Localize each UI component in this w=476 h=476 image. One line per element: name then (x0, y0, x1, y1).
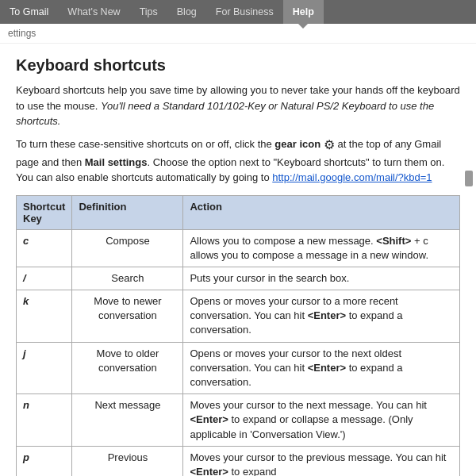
table-row: jMove to older conversationOpens or move… (17, 342, 460, 394)
shortcut-definition-cell: Search (72, 267, 183, 290)
gear-paragraph: To turn these case-sensitive shortcuts o… (16, 136, 460, 186)
shortcut-key-cell: k (17, 290, 72, 343)
shortcut-action-cell: Opens or moves your cursor to the next o… (183, 342, 460, 394)
top-navigation: To Gmail What's New Tips Blog For Busine… (0, 0, 476, 24)
shortcut-action-cell: Moves your cursor to the next message. Y… (183, 394, 460, 447)
col-header-definition: Definition (72, 195, 183, 229)
breadcrumb: ettings (0, 24, 476, 44)
shortcut-key-cell: c (17, 229, 72, 267)
nav-whats-new[interactable]: What's New (58, 0, 129, 24)
table-row: nNext messageMoves your cursor to the ne… (17, 394, 460, 447)
shortcut-key-cell: n (17, 394, 72, 447)
table-row: cComposeAllows you to compose a new mess… (17, 229, 460, 267)
table-row: pPreviousMoves your cursor to the previo… (17, 446, 460, 476)
shortcut-action-cell: Moves your cursor to the previous messag… (183, 446, 460, 476)
table-row: kMove to newer conversationOpens or move… (17, 290, 460, 343)
col-header-shortcut: Shortcut Key (17, 195, 72, 229)
nav-help[interactable]: Help (283, 0, 324, 24)
table-row: /SearchPuts your cursor in the search bo… (17, 267, 460, 290)
shortcut-definition-cell: Move to older conversation (72, 342, 183, 394)
nav-to-gmail[interactable]: To Gmail (0, 0, 58, 24)
shortcut-definition-cell: Move to newer conversation (72, 290, 183, 343)
shortcut-definition-cell: Next message (72, 394, 183, 447)
shortcut-definition-cell: Previous (72, 446, 183, 476)
kbd-link[interactable]: http://mail.google.com/mail/?kbd=1 (272, 171, 432, 183)
scroll-indicator[interactable] (465, 171, 473, 186)
shortcuts-table: Shortcut Key Definition Action cComposeA… (16, 195, 460, 477)
nav-for-business[interactable]: For Business (206, 0, 283, 24)
gear-icon: ⚙ (324, 136, 335, 155)
main-content: Keyboard shortcuts Keyboard shortcuts he… (0, 44, 476, 476)
col-header-action: Action (183, 195, 460, 229)
shortcut-action-cell: Puts your cursor in the search box. (183, 267, 460, 290)
shortcut-definition-cell: Compose (72, 229, 183, 267)
shortcut-key-cell: / (17, 267, 72, 290)
shortcut-key-cell: j (17, 342, 72, 394)
shortcut-action-cell: Opens or moves your cursor to a more rec… (183, 290, 460, 343)
shortcut-key-cell: p (17, 446, 72, 476)
page-title: Keyboard shortcuts (16, 56, 460, 75)
intro-paragraph: Keyboard shortcuts help you save time by… (16, 83, 460, 129)
nav-tips[interactable]: Tips (130, 0, 167, 24)
nav-blog[interactable]: Blog (167, 0, 206, 24)
shortcut-action-cell: Allows you to compose a new message. <Sh… (183, 229, 460, 267)
